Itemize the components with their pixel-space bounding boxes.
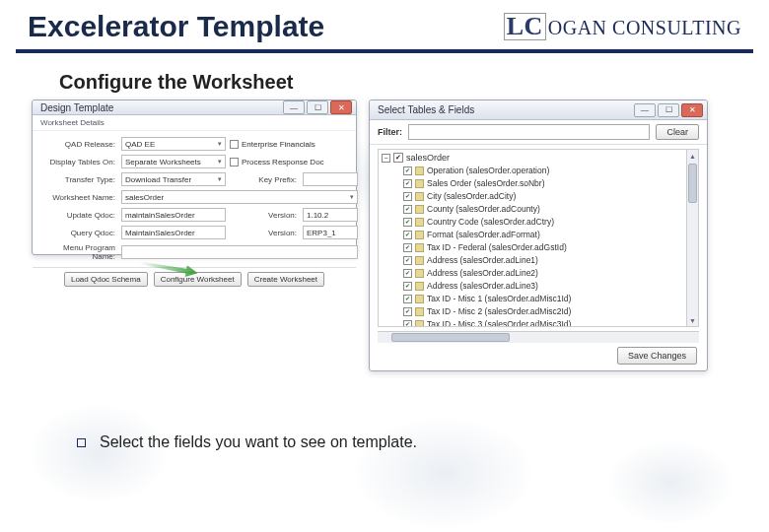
window-title-text: Design Template xyxy=(36,102,113,113)
tree-item-label: Address (salesOrder.adLine1) xyxy=(427,254,538,267)
checkbox-icon[interactable]: ✔ xyxy=(403,192,412,201)
checkbox-icon[interactable]: ✔ xyxy=(403,256,412,265)
update-qdoc-label: Update Qdoc: xyxy=(40,211,117,220)
tree-item-label: Tax ID - Misc 1 (salesOrder.adMisc1Id) xyxy=(427,293,571,305)
version1-input[interactable]: 1.10.2 xyxy=(303,208,358,222)
key-prefix-input[interactable] xyxy=(303,172,358,186)
tree-item-label: Address (salesOrder.adLine3) xyxy=(427,280,538,293)
tree-item[interactable]: ✔Tax ID - Federal (salesOrder.adGstId) xyxy=(403,241,695,254)
checkbox-icon[interactable]: ✔ xyxy=(403,243,412,252)
checkbox-icon[interactable]: ✔ xyxy=(403,269,412,278)
tree-item[interactable]: ✔Address (salesOrder.adLine1) xyxy=(403,254,695,267)
transfer-type-label: Transfer Type: xyxy=(40,175,117,184)
checkbox-icon[interactable]: ✔ xyxy=(403,205,412,214)
tree-item[interactable]: ✔Tax ID - Misc 1 (salesOrder.adMisc1Id) xyxy=(403,293,695,305)
tree-item[interactable]: ✔Address (salesOrder.adLine2) xyxy=(403,267,695,280)
checkbox-icon[interactable]: ✔ xyxy=(403,282,412,291)
create-worksheet-button[interactable]: Create Worksheet xyxy=(247,272,324,287)
hscroll-thumb[interactable] xyxy=(391,333,510,342)
bullet-icon xyxy=(77,438,86,447)
tree-item-label: Country Code (salesOrder.adCtry) xyxy=(427,216,554,229)
save-changes-button[interactable]: Save Changes xyxy=(617,347,697,365)
qad-release-label: QAD Release: xyxy=(40,140,117,149)
window-title-text: Select Tables & Fields xyxy=(374,104,474,115)
filter-label: Filter: xyxy=(378,127,402,137)
design-template-window: Design Template — ☐ ✕ Worksheet Details … xyxy=(32,100,357,255)
key-prefix-label: Key Prefix: xyxy=(230,175,299,184)
collapse-icon[interactable]: − xyxy=(382,154,390,163)
filter-input[interactable] xyxy=(408,124,650,140)
update-qdoc-input[interactable]: maintainSalesOrder xyxy=(121,208,226,222)
checkbox-icon[interactable]: ✔ xyxy=(403,218,412,227)
scroll-thumb[interactable] xyxy=(688,164,697,203)
display-tables-label: Display Tables On: xyxy=(40,158,117,166)
minimize-icon[interactable]: — xyxy=(634,103,656,117)
tree-item-label: Tax ID - Federal (salesOrder.adGstId) xyxy=(427,241,567,254)
clear-button[interactable]: Clear xyxy=(656,124,699,140)
tree-item[interactable]: ✔Sales Order (salesOrder.soNbr) xyxy=(403,177,695,190)
checkbox-icon[interactable]: ✔ xyxy=(403,295,412,303)
checkbox-icon[interactable]: ✔ xyxy=(403,320,412,327)
window-titlebar[interactable]: Design Template — ☐ ✕ xyxy=(33,100,356,115)
horizontal-scrollbar[interactable] xyxy=(378,331,699,343)
root-checkbox[interactable]: ✔ xyxy=(393,153,403,163)
version2-input[interactable]: ERP3_1 xyxy=(303,226,358,239)
field-icon xyxy=(415,256,424,265)
scroll-up-icon[interactable]: ▲ xyxy=(687,150,698,162)
bullet-text: Select the fields you want to see on tem… xyxy=(100,433,417,451)
maximize-icon[interactable]: ☐ xyxy=(658,103,679,117)
select-tables-window: Select Tables & Fields — ☐ ✕ Filter: Cle… xyxy=(369,100,708,371)
checkbox-icon[interactable]: ✔ xyxy=(403,307,412,316)
tree-item[interactable]: ✔Tax ID - Misc 3 (salesOrder.adMisc3Id) xyxy=(403,318,695,327)
field-icon xyxy=(415,282,424,291)
field-icon xyxy=(415,243,424,252)
tree-item-label: Format (salesOrder.adFormat) xyxy=(427,229,540,241)
tree-item[interactable]: ✔City (salesOrder.adCity) xyxy=(403,190,695,203)
section-header: Worksheet Details xyxy=(33,115,356,131)
tree-item-label: City (salesOrder.adCity) xyxy=(427,190,516,203)
root-label: salesOrder xyxy=(406,153,450,163)
field-icon xyxy=(415,307,424,316)
tree-item[interactable]: ✔Format (salesOrder.adFormat) xyxy=(403,229,695,241)
checkbox-icon[interactable]: ✔ xyxy=(403,179,412,188)
close-icon[interactable]: ✕ xyxy=(330,100,352,114)
close-icon[interactable]: ✕ xyxy=(681,103,703,117)
enterprise-financials-checkbox[interactable]: Enterprise Financials xyxy=(230,140,358,149)
load-qdoc-button[interactable]: Load Qdoc Schema xyxy=(64,272,148,287)
query-qdoc-input[interactable]: MaintainSalesOrder xyxy=(121,226,226,239)
minimize-icon[interactable]: — xyxy=(283,100,305,114)
worksheet-name-dropdown[interactable]: salesOrder xyxy=(121,190,358,204)
bullet-row: Select the fields you want to see on tem… xyxy=(77,433,417,451)
tree-item[interactable]: ✔Address (salesOrder.adLine3) xyxy=(403,280,695,293)
display-tables-dropdown[interactable]: Separate Worksheets xyxy=(121,155,226,168)
tree-item-label: County (salesOrder.adCounty) xyxy=(427,203,540,216)
configure-worksheet-button[interactable]: Configure Worksheet xyxy=(154,272,242,287)
field-icon xyxy=(415,320,424,327)
field-icon xyxy=(415,192,424,201)
field-icon xyxy=(415,205,424,214)
header-rule xyxy=(16,49,753,53)
vertical-scrollbar[interactable]: ▲ ▼ xyxy=(686,150,698,326)
window-titlebar[interactable]: Select Tables & Fields — ☐ ✕ xyxy=(370,100,707,120)
logo-text: OGAN CONSULTING xyxy=(548,17,741,38)
checkbox-icon[interactable]: ✔ xyxy=(403,166,412,175)
tree-root-node[interactable]: − ✔ salesOrder xyxy=(382,153,695,163)
tree-item[interactable]: ✔County (salesOrder.adCounty) xyxy=(403,203,695,216)
qad-release-dropdown[interactable]: QAD EE xyxy=(121,137,226,151)
tree-view[interactable]: − ✔ salesOrder ✔Operation (salesOrder.op… xyxy=(378,149,699,327)
tree-item-label: Address (salesOrder.adLine2) xyxy=(427,267,538,280)
tree-item[interactable]: ✔Operation (salesOrder.operation) xyxy=(403,165,695,177)
menu-program-input[interactable] xyxy=(121,245,358,259)
version2-label: Version: xyxy=(230,229,299,237)
tree-item[interactable]: ✔Tax ID - Misc 2 (salesOrder.adMisc2Id) xyxy=(403,305,695,318)
maximize-icon[interactable]: ☐ xyxy=(307,100,328,114)
field-icon xyxy=(415,295,424,303)
transfer-type-dropdown[interactable]: Download Transfer xyxy=(121,172,226,186)
checkbox-icon[interactable]: ✔ xyxy=(403,231,412,239)
button-bar: Load Qdoc Schema Configure Worksheet Cre… xyxy=(33,267,356,291)
tree-item[interactable]: ✔Country Code (salesOrder.adCtry) xyxy=(403,216,695,229)
scroll-down-icon[interactable]: ▼ xyxy=(687,314,698,326)
form-grid: QAD Release: QAD EE Enterprise Financial… xyxy=(33,131,356,267)
process-response-checkbox[interactable]: Process Response Doc xyxy=(230,158,358,166)
logo-monogram: LC xyxy=(504,13,546,40)
